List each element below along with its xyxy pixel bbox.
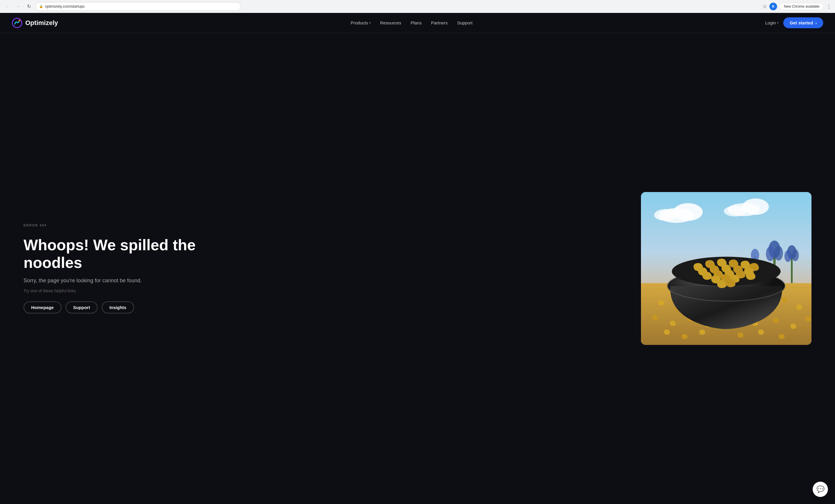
menu-dots-icon[interactable]: ⋮	[826, 3, 832, 10]
svg-point-5	[654, 209, 678, 221]
arrow-right-icon: ›	[815, 21, 817, 25]
left-section: ERROR 404 Whoops! We spilled the noodles…	[23, 223, 200, 314]
site-header: Optimizely Products ▾ Resources Plans Pa…	[0, 13, 835, 33]
url-text: optimizely.com/startups	[45, 4, 85, 8]
chevron-down-icon: ▾	[369, 21, 371, 24]
user-avatar[interactable]: K	[770, 3, 777, 10]
chat-icon: 💬	[816, 485, 824, 493]
forward-button[interactable]: →	[14, 2, 22, 11]
svg-point-1	[19, 20, 20, 21]
address-bar[interactable]: 🔒 optimizely.com/startups	[35, 2, 241, 11]
logo-text: Optimizely	[25, 19, 58, 27]
logo-icon	[12, 18, 22, 28]
nav-plans[interactable]: Plans	[410, 20, 422, 25]
svg-point-12	[774, 246, 783, 261]
back-button[interactable]: ←	[3, 2, 12, 11]
error-label: ERROR 404	[23, 223, 200, 227]
helpful-links-label: Try one of these helpful links	[23, 288, 200, 293]
login-button[interactable]: Login ▾	[765, 20, 778, 25]
svg-point-7	[742, 199, 769, 215]
browser-actions: ☆ K New Chrome available ⋮	[762, 3, 832, 10]
nav-resources[interactable]: Resources	[380, 20, 401, 25]
nav-products[interactable]: Products ▾	[350, 20, 370, 25]
svg-point-4	[673, 203, 703, 221]
insights-button[interactable]: Insights	[102, 301, 134, 314]
right-section	[218, 192, 812, 345]
main-content: ERROR 404 Whoops! We spilled the noodles…	[0, 33, 835, 504]
homepage-button[interactable]: Homepage	[23, 301, 61, 314]
error-subtitle: Sorry, the page you're looking for canno…	[23, 278, 200, 284]
noodle-image	[641, 192, 812, 345]
browser-chrome: ← → ↻ 🔒 optimizely.com/startups ☆ K New …	[0, 0, 835, 13]
main-nav: Products ▾ Resources Plans Partners Supp…	[350, 20, 472, 25]
login-chevron-icon: ▾	[777, 21, 778, 24]
nav-partners[interactable]: Partners	[431, 20, 448, 25]
svg-point-16	[792, 249, 799, 261]
new-chrome-button[interactable]: New Chrome available	[779, 3, 824, 10]
svg-point-8	[724, 206, 746, 217]
lock-icon: 🔒	[39, 4, 43, 8]
svg-point-11	[766, 246, 775, 261]
error-title: Whoops! We spilled the noodles	[23, 237, 200, 272]
support-button[interactable]: Support	[65, 301, 98, 314]
get-started-button[interactable]: Get started ›	[783, 17, 823, 28]
bookmark-icon[interactable]: ☆	[762, 3, 767, 10]
svg-point-0	[12, 18, 22, 28]
header-right: Login ▾ Get started ›	[765, 17, 823, 28]
nav-support[interactable]: Support	[457, 20, 473, 25]
refresh-button[interactable]: ↻	[25, 2, 33, 11]
svg-point-15	[785, 250, 792, 262]
logo-area[interactable]: Optimizely	[12, 18, 58, 28]
chat-widget[interactable]: 💬	[813, 482, 828, 497]
link-buttons: Homepage Support Insights	[23, 301, 200, 314]
